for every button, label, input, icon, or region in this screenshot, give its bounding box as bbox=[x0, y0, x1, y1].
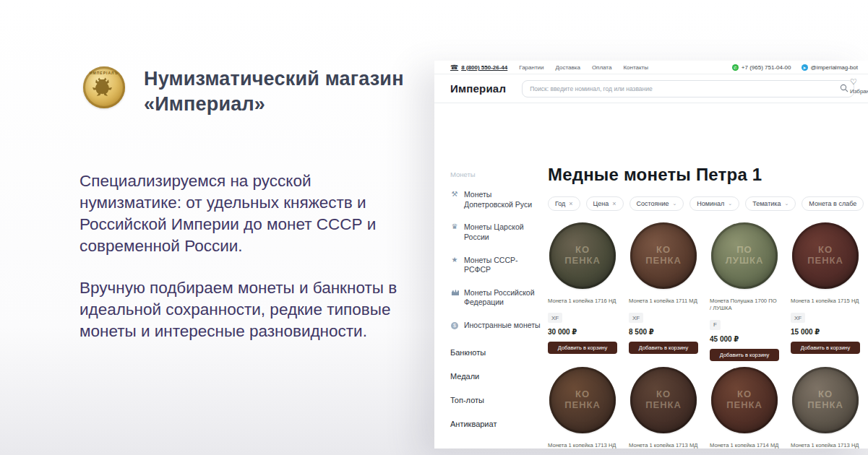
coin-photo[interactable]: КО ПЕНКА bbox=[549, 222, 616, 289]
product-price: 8 500 ₽ bbox=[629, 328, 698, 336]
promo-panel: ИМПЕРІАЛЪ Нумизматический магазин «Импер… bbox=[0, 0, 434, 455]
product-title[interactable]: Монета 1 копейка 1713 НД bbox=[791, 442, 860, 449]
product-grid: КО ПЕНКА Монета 1 копейка 1716 НД XF 30 … bbox=[548, 222, 868, 448]
chevron-down-icon: ⌄ bbox=[672, 201, 676, 207]
product-price: 30 000 ₽ bbox=[548, 328, 617, 336]
add-to-cart-button[interactable]: Добавить в корзину bbox=[710, 349, 779, 361]
filter-chip-year[interactable]: Год × bbox=[548, 196, 580, 211]
telegram-link[interactable]: ➤ @imperialmag-bot bbox=[802, 64, 858, 71]
product-title[interactable]: Монета 1 копейка 1716 НД bbox=[548, 298, 617, 306]
product-card: КО ПЕНКА Монета 1 копейка 1714 МД XF 13 … bbox=[710, 367, 779, 449]
search-input[interactable] bbox=[522, 80, 854, 98]
sidebar-section-medals[interactable]: Медали bbox=[450, 372, 543, 381]
whatsapp-phone-link[interactable]: ✆ +7 (965) 751-04-00 bbox=[732, 64, 791, 71]
product-title[interactable]: Монета Полушка 1700 ПО / ЛУШКА bbox=[710, 298, 779, 313]
search-box bbox=[522, 80, 854, 98]
coin-legend: КО ПЕНКА bbox=[807, 389, 843, 411]
product-card: КО ПЕНКА Монета 1 копейка 1713 МД XF 15 … bbox=[629, 367, 698, 449]
add-to-cart-button[interactable]: Добавить в корзину bbox=[548, 342, 617, 354]
promo-title: Нумизматический магазин «Империал» bbox=[144, 66, 415, 117]
sidebar-item-label: Монеты Царской России bbox=[464, 222, 543, 242]
double-eagle-icon bbox=[92, 75, 116, 100]
sidebar-item-pre-petrine[interactable]: ⚒ Монеты Допетровской Руси bbox=[450, 190, 543, 209]
remove-icon[interactable]: × bbox=[569, 200, 572, 207]
grade-badge: XF bbox=[791, 313, 805, 323]
nav-link-contacts[interactable]: Контакты bbox=[623, 64, 648, 71]
add-to-cart-button[interactable]: Добавить в корзину bbox=[629, 342, 698, 354]
coin-photo[interactable]: ПО ЛУШКА bbox=[711, 222, 778, 289]
coin-photo[interactable]: КО ПЕНКА bbox=[792, 367, 859, 433]
coin-legend: КО ПЕНКА bbox=[564, 245, 601, 266]
catalog-sidebar: Монеты ⚒ Монеты Допетровской Руси ♛ Моне… bbox=[450, 170, 543, 443]
sidebar-item-label: Монеты Российской Федерации bbox=[464, 288, 543, 308]
product-title[interactable]: Монета 1 копейка 1711 МД bbox=[629, 298, 698, 306]
grade-badge: F bbox=[710, 320, 721, 330]
product-title[interactable]: Монета 1 копейка 1713 НД bbox=[548, 442, 617, 449]
imperial-coin-logo: ИМПЕРІАЛЪ bbox=[83, 66, 125, 108]
product-card: КО ПЕНКА Монета 1 копейка 1715 НД XF 15 … bbox=[791, 222, 860, 361]
remove-icon[interactable]: × bbox=[612, 200, 616, 207]
product-card: КО ПЕНКА Монета 1 копейка 1716 НД XF 30 … bbox=[548, 222, 617, 361]
chevron-down-icon: ⌄ bbox=[784, 201, 788, 207]
grade-badge: XF bbox=[548, 313, 562, 323]
filter-chip-slab[interactable]: Монета в слабе bbox=[802, 196, 864, 211]
dollar-coin-icon: $ bbox=[450, 321, 459, 329]
site-topbar: ☎ 8 (800) 550-26-44 Гарантии Доставка Оп… bbox=[434, 61, 868, 74]
whatsapp-number: +7 (965) 751-04-00 bbox=[742, 64, 791, 71]
coin-photo[interactable]: КО ПЕНКА bbox=[630, 367, 697, 433]
coin-legend: КО ПЕНКА bbox=[645, 389, 682, 411]
filter-chip-condition[interactable]: Состояние ⌄ bbox=[629, 196, 684, 211]
favorites-button[interactable]: ♡ Избранное bbox=[850, 77, 868, 95]
product-card: КО ПЕНКА Монета 1 копейка 1713 НД XF 15 … bbox=[548, 367, 617, 449]
sidebar-section-top-lots[interactable]: Топ-лоты bbox=[450, 396, 543, 404]
sidebar-section-banknotes[interactable]: Банкноты bbox=[450, 348, 543, 357]
product-price: 15 000 ₽ bbox=[791, 328, 860, 336]
coin-photo[interactable]: КО ПЕНКА bbox=[792, 222, 859, 289]
topbar-nav: Гарантии Доставка Оплата Контакты bbox=[519, 64, 648, 71]
product-price: 45 000 ₽ bbox=[710, 335, 779, 343]
sidebar-item-russian-federation[interactable]: Монеты Российской Федерации bbox=[450, 288, 543, 308]
promo-description: Специализируемся на русской нумизматике:… bbox=[80, 170, 408, 342]
filter-chip-denomination[interactable]: Номинал ⌄ bbox=[689, 196, 739, 211]
nav-link-payment[interactable]: Оплата bbox=[592, 64, 612, 71]
phone-icon: ☎ bbox=[450, 64, 458, 71]
product-title[interactable]: Монета 1 копейка 1713 МД bbox=[629, 442, 698, 449]
product-card: КО ПЕНКА Монета 1 копейка 1713 НД XF 13 … bbox=[791, 367, 860, 449]
coin-legend: ПО ЛУШКА bbox=[726, 245, 764, 266]
site-logo[interactable]: Империал bbox=[450, 82, 506, 95]
nav-link-delivery[interactable]: Доставка bbox=[556, 64, 580, 71]
page-title: Медные монеты Петра 1 bbox=[548, 165, 868, 185]
sidebar-item-foreign[interactable]: $ Иностранные монеты bbox=[450, 321, 543, 331]
main-phone-link[interactable]: ☎ 8 (800) 550-26-44 bbox=[450, 64, 507, 71]
star-icon: ★ bbox=[450, 256, 459, 264]
promo-header: ИМПЕРІАЛЪ Нумизматический магазин «Импер… bbox=[83, 66, 415, 117]
filter-chip-theme[interactable]: Тематика ⌄ bbox=[745, 196, 796, 211]
product-title[interactable]: Монета 1 копейка 1714 МД bbox=[710, 442, 779, 449]
sidebar-item-label: Монеты СССР-РСФСР bbox=[464, 256, 543, 275]
sidebar-section-antiques[interactable]: Антиквариат bbox=[450, 420, 543, 428]
search-icon[interactable] bbox=[840, 84, 848, 92]
coin-photo[interactable]: КО ПЕНКА bbox=[711, 367, 778, 433]
sidebar-item-ussr[interactable]: ★ Монеты СССР-РСФСР bbox=[450, 256, 543, 275]
coin-photo[interactable]: КО ПЕНКА bbox=[630, 222, 697, 289]
add-to-cart-button[interactable]: Добавить в корзину bbox=[791, 342, 860, 354]
telegram-icon: ➤ bbox=[802, 64, 808, 71]
crown-icon: ♛ bbox=[450, 222, 459, 231]
sidebar-item-tsarist[interactable]: ♛ Монеты Царской России bbox=[450, 222, 543, 242]
coin-legend: КО ПЕНКА bbox=[564, 389, 601, 411]
catalog-main: Медные монеты Петра 1 Год × Цена × Состо… bbox=[548, 165, 868, 448]
coin-legend: КО ПЕНКА bbox=[645, 245, 682, 266]
sidebar-item-label: Иностранные монеты bbox=[464, 321, 541, 331]
chevron-down-icon: ⌄ bbox=[728, 201, 732, 207]
whatsapp-icon: ✆ bbox=[732, 64, 739, 71]
pickaxe-icon: ⚒ bbox=[450, 190, 459, 199]
coin-photo[interactable]: КО ПЕНКА bbox=[549, 367, 616, 433]
product-card: КО ПЕНКА Монета 1 копейка 1711 МД XF 8 5… bbox=[629, 222, 698, 361]
telegram-handle: @imperialmag-bot bbox=[811, 64, 858, 71]
main-phone-number: 8 (800) 550-26-44 bbox=[461, 64, 507, 71]
filter-chip-price[interactable]: Цена × bbox=[586, 196, 624, 211]
nav-link-guarantees[interactable]: Гарантии bbox=[519, 64, 543, 71]
sidebar-heading-coins[interactable]: Монеты bbox=[450, 170, 543, 178]
product-title[interactable]: Монета 1 копейка 1715 НД bbox=[791, 298, 860, 306]
coin-legend: КО ПЕНКА bbox=[807, 245, 843, 266]
